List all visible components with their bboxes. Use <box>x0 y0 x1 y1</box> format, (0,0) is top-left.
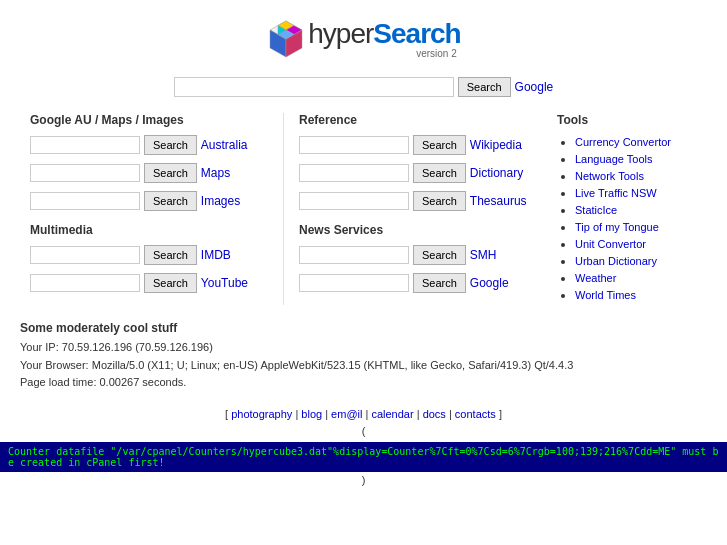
dictionary-search-btn[interactable]: Search <box>413 163 466 183</box>
logo-row: hyperSearch version 2 <box>0 18 727 59</box>
australia-search-btn[interactable]: Search <box>144 135 197 155</box>
images-link[interactable]: Images <box>201 194 240 208</box>
docs-link[interactable]: docs <box>423 408 446 420</box>
imdb-input[interactable] <box>30 246 140 264</box>
dictionary-link[interactable]: Dictionary <box>470 166 523 180</box>
footer-close-bracket: ] <box>496 408 502 420</box>
news-google-search-btn[interactable]: Search <box>413 273 466 293</box>
footer-paren-open: ( <box>0 424 727 438</box>
main-content: Google AU / Maps / Images Search Austral… <box>0 113 727 305</box>
list-item: World Times <box>575 288 697 302</box>
youtube-search-btn[interactable]: Search <box>144 273 197 293</box>
australia-link[interactable]: Australia <box>201 138 248 152</box>
urban-dictionary-link[interactable]: Urban Dictionary <box>575 255 657 267</box>
thesaurus-search-row: Search Thesaurus <box>299 191 537 211</box>
logo-cube-icon <box>266 19 306 59</box>
panel-divider <box>283 113 284 305</box>
news-google-input[interactable] <box>299 274 409 292</box>
sep4: | <box>414 408 423 420</box>
info-section: Some moderately cool stuff Your IP: 70.5… <box>0 305 727 400</box>
sep5: | <box>446 408 455 420</box>
tip-of-my-tongue-link[interactable]: Tip of my Tongue <box>575 221 659 233</box>
imdb-link[interactable]: IMDB <box>201 248 231 262</box>
news-google-link[interactable]: Google <box>470 276 509 290</box>
tools-panel: Tools Currency Convertor Language Tools … <box>547 113 707 305</box>
network-tools-link[interactable]: Network Tools <box>575 170 644 182</box>
browser-line: Your Browser: Mozilla/5.0 (X11; U; Linux… <box>20 357 707 375</box>
smh-search-row: Search SMH <box>299 245 537 265</box>
global-search-button[interactable]: Search <box>458 77 511 97</box>
currency-convertor-link[interactable]: Currency Convertor <box>575 136 671 148</box>
youtube-link[interactable]: YouTube <box>201 276 248 290</box>
smh-input[interactable] <box>299 246 409 264</box>
list-item: StaticIce <box>575 203 697 217</box>
load-line: Page load time: 0.00267 seconds. <box>20 374 707 392</box>
australia-input[interactable] <box>30 136 140 154</box>
panels-container: Google AU / Maps / Images Search Austral… <box>20 113 547 305</box>
thesaurus-input[interactable] <box>299 192 409 210</box>
smh-link[interactable]: SMH <box>470 248 497 262</box>
imdb-search-btn[interactable]: Search <box>144 245 197 265</box>
thesaurus-search-btn[interactable]: Search <box>413 191 466 211</box>
smh-search-btn[interactable]: Search <box>413 245 466 265</box>
thesaurus-link[interactable]: Thesaurus <box>470 194 527 208</box>
list-item: Network Tools <box>575 169 697 183</box>
australia-search-row: Search Australia <box>30 135 268 155</box>
ip-line: Your IP: 70.59.126.196 (70.59.126.196) <box>20 339 707 357</box>
counter-bar: Counter datafile "/var/cpanel/Counters/h… <box>0 442 727 472</box>
language-tools-link[interactable]: Language Tools <box>575 153 652 165</box>
sep2: | <box>322 408 331 420</box>
weather-link[interactable]: Weather <box>575 272 616 284</box>
calendar-link[interactable]: calendar <box>371 408 413 420</box>
world-times-link[interactable]: World Times <box>575 289 636 301</box>
maps-link[interactable]: Maps <box>201 166 230 180</box>
global-search-input[interactable] <box>174 77 454 97</box>
list-item: Live Traffic NSW <box>575 186 697 200</box>
panel-middle-title: Reference <box>299 113 537 127</box>
multimedia-title: Multimedia <box>30 223 268 237</box>
email-link[interactable]: em@il <box>331 408 362 420</box>
footer-paren-close: ) <box>0 472 727 492</box>
contacts-link[interactable]: contacts <box>455 408 496 420</box>
images-input[interactable] <box>30 192 140 210</box>
wikipedia-link[interactable]: Wikipedia <box>470 138 522 152</box>
list-item: Weather <box>575 271 697 285</box>
logo-text-container: hyperSearch version 2 <box>308 18 460 59</box>
maps-search-row: Search Maps <box>30 163 268 183</box>
staticice-link[interactable]: StaticIce <box>575 204 617 216</box>
wikipedia-search-row: Search Wikipedia <box>299 135 537 155</box>
unit-convertor-link[interactable]: Unit Convertor <box>575 238 646 250</box>
list-item: Urban Dictionary <box>575 254 697 268</box>
dictionary-input[interactable] <box>299 164 409 182</box>
youtube-search-row: Search YouTube <box>30 273 268 293</box>
list-item: Tip of my Tongue <box>575 220 697 234</box>
footer-links: [ photography | blog | em@il | calendar … <box>0 400 727 424</box>
panel-google-maps-images: Google AU / Maps / Images Search Austral… <box>20 113 278 305</box>
list-item: Currency Convertor <box>575 135 697 149</box>
maps-search-btn[interactable]: Search <box>144 163 197 183</box>
global-search-bar: Search Google <box>0 77 727 97</box>
tools-title: Tools <box>557 113 697 127</box>
list-item: Unit Convertor <box>575 237 697 251</box>
maps-input[interactable] <box>30 164 140 182</box>
wikipedia-search-btn[interactable]: Search <box>413 135 466 155</box>
dictionary-search-row: Search Dictionary <box>299 163 537 183</box>
photography-link[interactable]: photography <box>231 408 292 420</box>
logo-hyper-text: hyper <box>308 18 373 49</box>
youtube-input[interactable] <box>30 274 140 292</box>
google-link[interactable]: Google <box>515 80 554 94</box>
images-search-row: Search Images <box>30 191 268 211</box>
panel-reference: Reference Search Wikipedia Search Dictio… <box>289 113 547 305</box>
news-services-title: News Services <box>299 223 537 237</box>
panel-left-title: Google AU / Maps / Images <box>30 113 268 127</box>
imdb-search-row: Search IMDB <box>30 245 268 265</box>
images-search-btn[interactable]: Search <box>144 191 197 211</box>
list-item: Language Tools <box>575 152 697 166</box>
wikipedia-input[interactable] <box>299 136 409 154</box>
live-traffic-nsw-link[interactable]: Live Traffic NSW <box>575 187 657 199</box>
blog-link[interactable]: blog <box>301 408 322 420</box>
news-google-search-row: Search Google <box>299 273 537 293</box>
sep1: | <box>292 408 301 420</box>
logo-search-text: Search <box>373 18 460 49</box>
info-title: Some moderately cool stuff <box>20 321 707 335</box>
